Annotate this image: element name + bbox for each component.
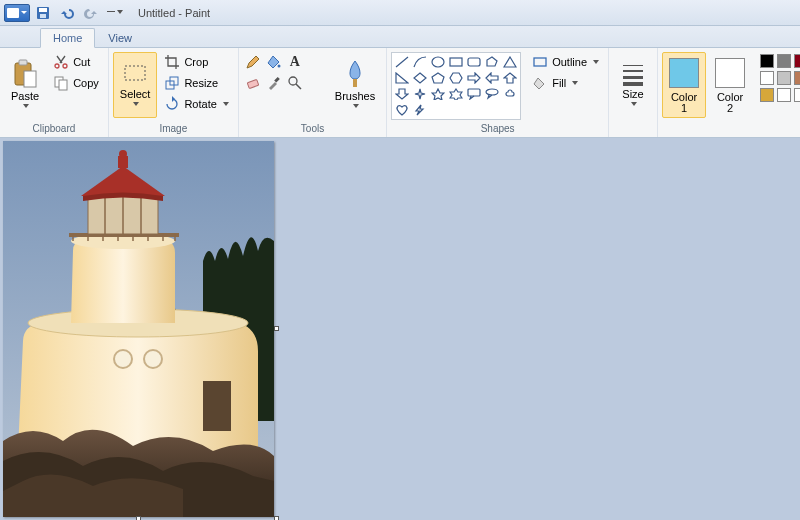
svg-rect-24 [623, 65, 643, 66]
window-title: Untitled - Paint [138, 7, 210, 19]
shape-arrow-down[interactable] [394, 87, 410, 101]
color1-button[interactable]: Color 1 [662, 52, 706, 118]
shape-curve[interactable] [412, 55, 428, 69]
color2-swatch [715, 58, 745, 88]
cut-button[interactable]: Cut [48, 52, 104, 72]
shape-heart[interactable] [394, 103, 410, 117]
brushes-button[interactable]: Brushes [328, 52, 382, 118]
canvas-image [3, 141, 274, 517]
svg-rect-4 [19, 60, 27, 65]
color-picker-tool[interactable] [264, 73, 284, 93]
paste-button[interactable]: Paste [4, 52, 46, 118]
color2-button[interactable]: Color 2 [708, 52, 752, 118]
canvas-area[interactable] [0, 138, 800, 520]
magnifier-tool[interactable] [285, 73, 305, 93]
shapes-gallery[interactable] [391, 52, 521, 120]
shape-bolt[interactable] [412, 103, 428, 117]
shape-diamond[interactable] [412, 71, 428, 85]
outline-button[interactable]: Outline [527, 52, 604, 72]
color-swatch[interactable] [794, 88, 800, 102]
copy-button[interactable]: Copy [48, 73, 104, 93]
svg-rect-25 [623, 70, 643, 72]
tab-view[interactable]: View [95, 28, 145, 47]
shape-rtriangle[interactable] [394, 71, 410, 85]
crop-button[interactable]: Crop [159, 52, 233, 72]
svg-rect-19 [450, 58, 462, 66]
redo-button[interactable] [80, 2, 102, 24]
shape-star4[interactable] [412, 87, 428, 101]
svg-rect-26 [623, 76, 643, 79]
shape-callout-oval[interactable] [484, 87, 500, 101]
color1-label: Color 1 [671, 92, 697, 114]
shape-callout-rect[interactable] [466, 87, 482, 101]
colors-group-label: Colors [662, 122, 800, 135]
shape-callout-cloud[interactable] [502, 87, 518, 101]
group-shapes: Outline Fill Shapes [387, 48, 609, 137]
tab-home[interactable]: Home [40, 28, 95, 48]
fill-button[interactable]: Fill [527, 73, 604, 93]
shape-star5[interactable] [430, 87, 446, 101]
cut-label: Cut [73, 56, 90, 68]
group-size: Size [609, 48, 658, 137]
size-group-label [613, 122, 653, 135]
fill-label: Fill [552, 77, 566, 89]
shape-arrow-right[interactable] [466, 71, 482, 85]
resize-handle-e[interactable] [274, 326, 279, 331]
svg-point-13 [277, 65, 280, 68]
ribbon: Paste Cut Copy Clipboard Select Crop Res… [0, 48, 800, 138]
resize-label: Resize [184, 77, 218, 89]
crop-label: Crop [184, 56, 208, 68]
color-swatch[interactable] [777, 54, 791, 68]
color2-label: Color 2 [717, 92, 743, 114]
resize-button[interactable]: Resize [159, 73, 233, 93]
rotate-button[interactable]: Rotate [159, 94, 233, 114]
size-label: Size [622, 89, 643, 100]
shape-polygon[interactable] [484, 55, 500, 69]
svg-rect-21 [468, 89, 480, 96]
group-image: Select Crop Resize Rotate Image [109, 48, 239, 137]
color-swatch[interactable] [760, 71, 774, 85]
canvas[interactable] [3, 141, 274, 517]
shape-rect[interactable] [448, 55, 464, 69]
system-menu-button[interactable] [4, 4, 30, 22]
svg-point-7 [63, 64, 67, 68]
color-swatch[interactable] [777, 71, 791, 85]
svg-rect-2 [40, 14, 46, 18]
svg-rect-9 [59, 80, 67, 90]
color1-swatch [669, 58, 699, 88]
paste-label: Paste [11, 91, 39, 102]
shape-triangle[interactable] [502, 55, 518, 69]
shape-arrow-left[interactable] [484, 71, 500, 85]
color-swatch[interactable] [794, 71, 800, 85]
pencil-tool[interactable] [243, 52, 263, 72]
shape-oval[interactable] [430, 55, 446, 69]
group-tools: A Brushes Tools [239, 48, 387, 137]
shape-arrow-up[interactable] [502, 71, 518, 85]
outline-label: Outline [552, 56, 587, 68]
shape-pentagon[interactable] [430, 71, 446, 85]
shape-hexagon[interactable] [448, 71, 464, 85]
qat-customize-button[interactable] [104, 2, 126, 24]
svg-point-22 [486, 89, 498, 95]
resize-handle-s[interactable] [136, 516, 141, 520]
color-swatch[interactable] [760, 54, 774, 68]
color-swatch[interactable] [760, 88, 774, 102]
shape-line[interactable] [394, 55, 410, 69]
group-clipboard: Paste Cut Copy Clipboard [0, 48, 109, 137]
text-tool[interactable]: A [285, 52, 305, 72]
fill-tool[interactable] [264, 52, 284, 72]
title-bar: Untitled - Paint [0, 0, 800, 26]
shape-rrect[interactable] [466, 55, 482, 69]
tools-grid: A [243, 52, 326, 93]
undo-button[interactable] [56, 2, 78, 24]
shape-star6[interactable] [448, 87, 464, 101]
select-button[interactable]: Select [113, 52, 158, 118]
eraser-tool[interactable] [243, 73, 263, 93]
size-button[interactable]: Size [613, 52, 653, 118]
svg-point-6 [55, 64, 59, 68]
color-swatch[interactable] [794, 54, 800, 68]
resize-handle-se[interactable] [274, 516, 279, 520]
color-swatch[interactable] [777, 88, 791, 102]
rotate-label: Rotate [184, 98, 216, 110]
save-button[interactable] [32, 2, 54, 24]
